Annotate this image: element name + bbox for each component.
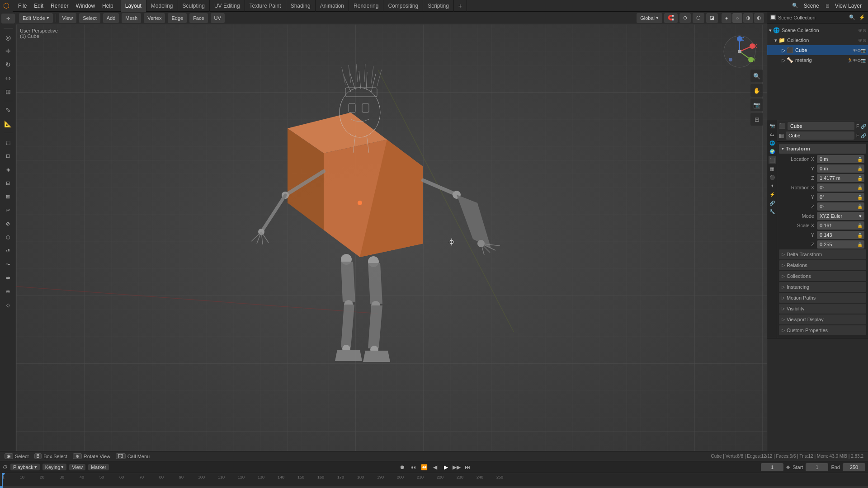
location-x-lock[interactable]: 🔒 xyxy=(857,157,863,162)
play-btn[interactable]: ▶ xyxy=(441,463,450,472)
tool-spin[interactable]: ↺ xyxy=(2,244,14,257)
vp-zoom-in[interactable]: 🔍 xyxy=(750,70,763,82)
prop-particles-btn[interactable]: ✦ xyxy=(769,182,776,189)
proportional-toggle[interactable]: ⊙ xyxy=(679,13,691,23)
tab-scripting[interactable]: Scripting xyxy=(423,0,454,12)
outliner-metarig[interactable]: ▷ 🦴 metarig 🏃 👁 ⊙ 📷 xyxy=(767,55,868,65)
tab-texture-paint[interactable]: Texture Paint xyxy=(245,0,286,12)
object-name-field[interactable]: Cube xyxy=(788,122,854,130)
visibility-section[interactable]: ▷ Visibility xyxy=(779,304,866,314)
wireframe-shading[interactable]: ○ xyxy=(732,13,742,23)
uv-menu[interactable]: UV xyxy=(211,13,225,23)
outliner-cube[interactable]: ▷ ⬛ Cube 👁 ⊙ 📷 xyxy=(767,45,868,55)
tool-cursor[interactable]: ◎ xyxy=(2,31,14,44)
step-forward-frame-btn[interactable]: ▶▶ xyxy=(452,463,461,472)
location-y-field[interactable]: 0 m 🔒 xyxy=(817,164,864,173)
menu-window[interactable]: Window xyxy=(72,0,99,12)
metarig-hide[interactable]: 👁 xyxy=(853,58,857,63)
playback-menu[interactable]: Playback ▾ xyxy=(10,464,40,470)
xray-toggle[interactable]: ◪ xyxy=(706,13,718,23)
solid-shading[interactable]: ● xyxy=(722,13,731,23)
transform-header[interactable]: ▾ Transform xyxy=(779,144,866,154)
outliner-filter[interactable]: ⚡ xyxy=(859,14,865,20)
rotation-x-lock[interactable]: 🔒 xyxy=(857,185,863,190)
prop-scene-btn[interactable]: 📷 xyxy=(769,122,776,129)
location-z-lock[interactable]: 🔒 xyxy=(857,176,863,181)
tool-scale[interactable]: ⇔ xyxy=(2,72,14,84)
tool-bisect[interactable]: ⊘ xyxy=(2,217,14,230)
scale-z-field[interactable]: 0.255 🔒 xyxy=(817,240,864,249)
mode-dropdown[interactable]: Edit Mode ▾ xyxy=(19,13,53,23)
metarig-pose[interactable]: 🏃 xyxy=(847,58,853,63)
mesh-name-field[interactable]: Cube xyxy=(786,131,854,140)
tool-poly-build[interactable]: ⬡ xyxy=(2,231,14,244)
tab-add[interactable]: + xyxy=(454,0,467,12)
collection-restrict[interactable]: ⊙ xyxy=(863,38,866,43)
mesh-menu[interactable]: Mesh xyxy=(122,13,141,23)
prop-modifiers-btn[interactable]: 🔧 xyxy=(769,208,776,215)
location-y-lock[interactable]: 🔒 xyxy=(857,166,863,171)
scale-z-lock[interactable]: 🔒 xyxy=(857,242,863,247)
collection-hide[interactable]: 👁 xyxy=(858,38,863,43)
scene-restrict[interactable]: ⊙ xyxy=(863,28,866,33)
tool-edge-slide[interactable]: ⇌ xyxy=(2,272,14,284)
obj-link[interactable]: 🔗 xyxy=(861,124,866,129)
cube-restrict[interactable]: ⊙ xyxy=(857,48,861,53)
view-menu-tl[interactable]: View xyxy=(69,464,85,470)
scene-name[interactable]: Scene xyxy=(801,3,822,9)
obj-fake-user[interactable]: F xyxy=(856,124,859,129)
select-menu[interactable]: Select xyxy=(79,13,100,23)
prop-constraints-btn[interactable]: 🔗 xyxy=(769,199,776,206)
menu-file[interactable]: File xyxy=(14,0,30,12)
scene-hide[interactable]: 👁 xyxy=(858,28,863,33)
tool-offset-edge[interactable]: ⊠ xyxy=(2,190,14,203)
tab-shading[interactable]: Shading xyxy=(286,0,316,12)
outliner-scene-collection[interactable]: ▾ 🌐 Scene Collection 👁 ⊙ xyxy=(767,25,868,35)
tab-compositing[interactable]: Compositing xyxy=(383,0,423,12)
end-frame-input[interactable]: 250 xyxy=(843,463,865,471)
vp-collection-toggle[interactable]: ⊞ xyxy=(750,113,763,126)
nav-gizmo[interactable]: X Y Z xyxy=(722,33,758,70)
viewport-display-section[interactable]: ▷ Viewport Display xyxy=(779,314,866,324)
prop-mesh-btn[interactable]: ▦ xyxy=(769,165,776,172)
rotation-z-lock[interactable]: 🔒 xyxy=(857,204,863,209)
start-frame-input[interactable]: 1 xyxy=(806,463,828,471)
scale-y-lock[interactable]: 🔒 xyxy=(857,233,863,238)
viewport-main[interactable]: User Perspective (1) Cube xyxy=(16,24,767,461)
rotation-x-field[interactable]: 0° 🔒 xyxy=(817,183,864,192)
tool-loop-cut[interactable]: ⊟ xyxy=(2,177,14,189)
menu-edit[interactable]: Edit xyxy=(30,0,47,12)
edge-menu[interactable]: Edge xyxy=(168,13,187,23)
delta-transform-section[interactable]: ▷ Delta Transform xyxy=(779,249,866,259)
prop-material-btn[interactable]: ⚫ xyxy=(769,174,776,181)
vp-camera[interactable]: 📷 xyxy=(750,99,763,111)
vertex-menu[interactable]: Vertex xyxy=(144,13,165,23)
scale-x-lock[interactable]: 🔒 xyxy=(857,223,863,228)
prop-world-btn[interactable]: 🌍 xyxy=(769,148,776,155)
menu-help[interactable]: Help xyxy=(99,0,117,12)
keying-menu[interactable]: Keying ▾ xyxy=(42,464,67,470)
scale-x-field[interactable]: 0.161 🔒 xyxy=(817,221,864,230)
tab-layout[interactable]: Layout xyxy=(121,0,146,12)
prop-physics-btn[interactable]: ⚡ xyxy=(769,191,776,198)
tool-transform[interactable]: ⊞ xyxy=(2,85,14,98)
outliner-search[interactable]: 🔍 xyxy=(849,14,855,20)
record-btn[interactable]: ⏺ xyxy=(398,463,407,472)
view-layer-name[interactable]: View Layer xyxy=(832,3,864,9)
rotation-mode-select[interactable]: XYZ Euler ▾ xyxy=(817,212,864,220)
tool-smooth[interactable]: 〜 xyxy=(2,258,14,271)
view-menu[interactable]: View xyxy=(59,13,77,23)
render-shading[interactable]: ◐ xyxy=(754,13,764,23)
rotation-y-lock[interactable]: 🔒 xyxy=(857,195,863,200)
tool-move[interactable]: ✛ xyxy=(2,45,14,57)
cube-hide[interactable]: 👁 xyxy=(853,48,857,53)
prop-object-btn[interactable]: ⬛ xyxy=(769,156,776,164)
mode-selector[interactable]: ✛ xyxy=(1,14,15,23)
tool-rotate[interactable]: ↻ xyxy=(2,58,14,71)
tool-extrude[interactable]: ⬚ xyxy=(2,136,14,149)
step-back-frame-btn[interactable]: ◀ xyxy=(430,463,439,472)
vp-hand[interactable]: ✋ xyxy=(750,84,763,97)
overlay-toggle[interactable]: ⬡ xyxy=(693,13,704,23)
motion-paths-section[interactable]: ▷ Motion Paths xyxy=(779,293,866,303)
outliner-collection[interactable]: ▾ 📁 Collection 👁 ⊙ xyxy=(767,35,868,45)
